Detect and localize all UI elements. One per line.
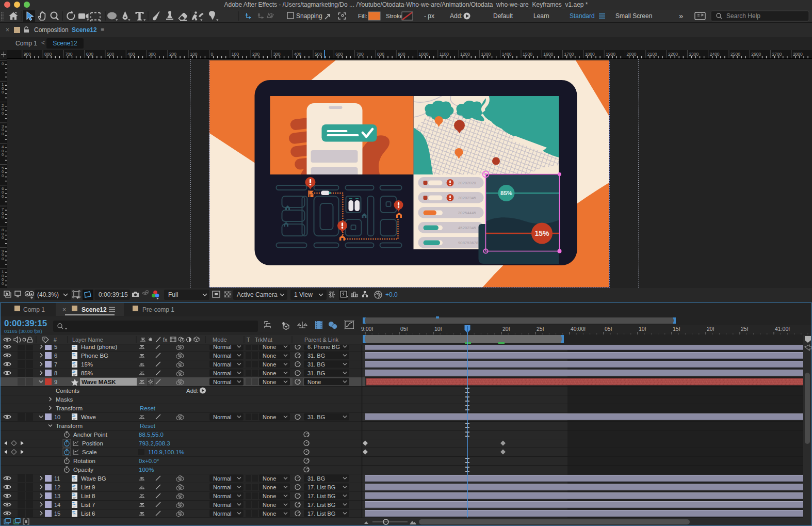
svg-text:300: 300 [149, 52, 156, 57]
svg-text:1300: 1300 [481, 52, 491, 57]
svg-text:None: None [263, 370, 276, 376]
svg-text:40:00f: 40:00f [571, 326, 586, 332]
svg-text:Learn: Learn [533, 12, 549, 20]
svg-text:2400: 2400 [710, 52, 720, 57]
svg-text:Rotation: Rotation [73, 458, 95, 464]
svg-text:100: 100 [232, 52, 239, 57]
svg-text:List 8: List 8 [81, 493, 95, 499]
svg-text:17. List BG: 17. List BG [307, 493, 335, 499]
svg-text:×: × [62, 306, 66, 313]
svg-text:fx: fx [163, 337, 168, 343]
svg-text:05f: 05f [400, 326, 408, 332]
svg-text:41:00f: 41:00f [775, 326, 790, 332]
svg-text:800: 800 [377, 52, 384, 57]
svg-text:List 7: List 7 [81, 502, 95, 508]
svg-text:15: 15 [54, 511, 60, 517]
svg-text:Standard: Standard [570, 12, 595, 20]
svg-text:Normal: Normal [213, 475, 231, 482]
svg-text:Wave MASK: Wave MASK [82, 379, 116, 385]
svg-text:10f: 10f [434, 326, 442, 332]
svg-text:10f: 10f [639, 326, 646, 332]
svg-text:0: 0 [2, 281, 4, 286]
svg-text:#: # [54, 337, 57, 343]
svg-text:Normal: Normal [213, 493, 231, 499]
svg-text:1800: 1800 [585, 52, 595, 57]
svg-text:17. List BG: 17. List BG [307, 484, 335, 490]
svg-text:25f: 25f [741, 326, 749, 332]
svg-text:2300: 2300 [689, 52, 699, 57]
svg-text:Reset: Reset [140, 405, 156, 411]
svg-text:13: 13 [54, 493, 60, 499]
svg-text:1000: 1000 [419, 52, 429, 57]
svg-text:Normal: Normal [213, 379, 231, 385]
svg-text:0: 0 [2, 235, 4, 240]
svg-text:200: 200 [169, 52, 176, 57]
svg-text:Contents: Contents [56, 388, 79, 394]
svg-text:12: 12 [54, 484, 60, 490]
svg-text:31. BG: 31. BG [307, 353, 325, 359]
svg-text:None: None [263, 361, 276, 368]
svg-text:Add:: Add: [450, 12, 463, 20]
svg-text:14: 14 [54, 502, 60, 508]
svg-text:None: None [307, 379, 321, 385]
svg-text:Wave: Wave [81, 414, 96, 420]
svg-text:0: 0 [2, 152, 4, 157]
svg-text:31. BG: 31. BG [307, 475, 325, 482]
svg-text:2800: 2800 [793, 52, 803, 57]
svg-text:Masks: Masks [56, 396, 73, 403]
svg-text:01185 (30.00 fps): 01185 (30.00 fps) [4, 328, 42, 334]
svg-text:Normal: Normal [213, 361, 231, 368]
svg-text:1200: 1200 [460, 52, 470, 57]
svg-text:600: 600 [335, 52, 343, 57]
svg-text:100: 100 [190, 52, 197, 57]
svg-text:2600: 2600 [751, 52, 761, 57]
svg-text:400: 400 [294, 52, 301, 57]
svg-text:1 View: 1 View [294, 291, 313, 298]
svg-text:17. List BG: 17. List BG [307, 502, 335, 508]
svg-text:TrkMat: TrkMat [255, 337, 272, 343]
svg-text:Fill:: Fill: [358, 13, 367, 19]
svg-text:0x+0.0°: 0x+0.0° [139, 458, 159, 464]
svg-text:9:00f: 9:00f [361, 326, 373, 332]
svg-text:None: None [263, 475, 276, 482]
svg-text:Pre-comp 1: Pre-comp 1 [142, 306, 174, 313]
svg-text:Phone BG: Phone BG [81, 353, 108, 359]
svg-text:11: 11 [54, 475, 60, 482]
svg-text:Normal: Normal [213, 502, 231, 508]
svg-text:31. BG: 31. BG [307, 361, 325, 368]
svg-text:2100: 2100 [647, 52, 657, 57]
svg-text:110.9,100.1%: 110.9,100.1% [148, 449, 184, 455]
svg-text:85%: 85% [81, 370, 93, 376]
svg-text:Normal: Normal [213, 511, 231, 517]
svg-text:15%: 15% [81, 361, 93, 368]
svg-text:Position: Position [82, 440, 103, 447]
svg-text:25f: 25f [537, 326, 544, 332]
svg-text:0:00:39:15: 0:00:39:15 [99, 291, 128, 298]
svg-text:0: 0 [2, 257, 4, 261]
svg-text:1400: 1400 [502, 52, 512, 57]
svg-text:None: None [263, 493, 276, 499]
svg-text:Small Screen: Small Screen [615, 12, 652, 20]
svg-text:Full: Full [168, 291, 178, 298]
svg-text:0: 0 [2, 90, 4, 94]
svg-text:2200: 2200 [668, 52, 678, 57]
svg-text:20f: 20f [707, 326, 714, 332]
svg-text:Default: Default [493, 12, 513, 20]
svg-text:0: 0 [2, 173, 4, 178]
svg-text:List 9: List 9 [81, 484, 95, 490]
svg-text:200: 200 [252, 52, 259, 57]
svg-text:1900: 1900 [606, 52, 615, 57]
svg-text:Mode: Mode [213, 337, 227, 343]
svg-text:Wave BG: Wave BG [81, 475, 106, 482]
svg-text:T: T [247, 337, 250, 343]
svg-text:Normal: Normal [213, 370, 231, 376]
svg-text:0: 0 [2, 194, 4, 199]
svg-text:500: 500 [107, 52, 114, 57]
svg-text:(40.3%): (40.3%) [37, 291, 59, 298]
svg-text:Scale: Scale [82, 449, 97, 455]
svg-text:17. List BG: 17. List BG [307, 511, 335, 517]
svg-text:+0.0: +0.0 [385, 291, 398, 298]
svg-text:None: None [263, 502, 276, 508]
svg-text:05f: 05f [605, 326, 612, 332]
svg-text:Transform: Transform [56, 405, 83, 411]
